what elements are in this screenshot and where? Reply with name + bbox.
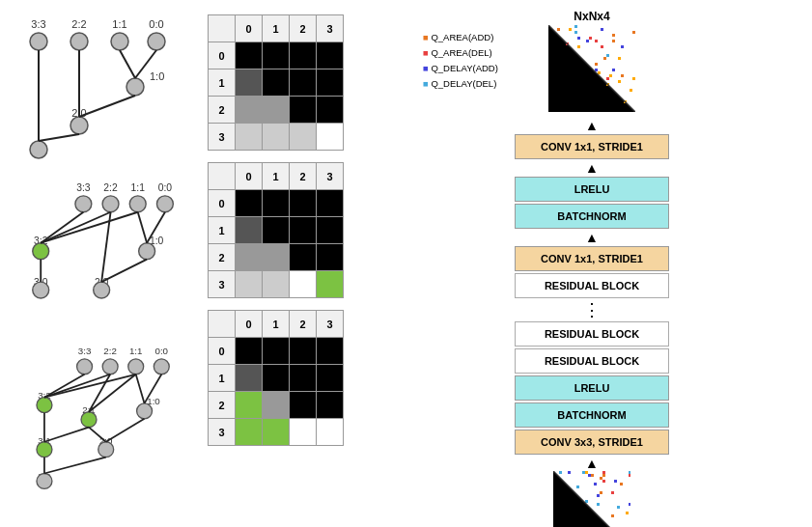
svg-line-76 (44, 458, 106, 474)
matrix2-cell-0-1 (263, 190, 290, 217)
matrix1-row2: 2 (209, 97, 236, 124)
matrix1-cell-3-0 (236, 124, 263, 151)
svg-point-35 (94, 282, 110, 298)
matrix1-cell-0-1 (263, 42, 290, 69)
svg-point-11 (70, 117, 88, 134)
right-panel: NxNx4 ■ Q_AREA(ADD) ■ Q_AREA(DEL) ■ Q_DE… (381, 10, 802, 527)
block-residual-mid: RESIDUAL BLOCK (515, 321, 669, 347)
matrix-3: 0 1 2 3 0 1 (208, 310, 344, 446)
matrix2-cell-2-3 (317, 244, 344, 271)
matrix3-row3: 3 (209, 419, 236, 446)
matrix2-cell-0-2 (290, 190, 317, 217)
svg-point-6 (111, 33, 128, 50)
matrix3-cell-1-3 (317, 365, 344, 392)
matrix3-row0: 0 (209, 338, 236, 365)
matrix2-cell-0-0 (236, 190, 263, 217)
svg-point-4 (30, 33, 47, 50)
svg-point-63 (37, 474, 52, 489)
svg-line-19 (39, 134, 79, 141)
svg-text:3:3: 3:3 (76, 182, 91, 193)
svg-point-50 (128, 359, 144, 374)
svg-point-51 (154, 359, 169, 374)
block-batchnorm-top: BATCHNORM (515, 204, 669, 229)
matrix3-cell-2-0 (236, 392, 263, 419)
svg-point-55 (81, 412, 97, 428)
svg-point-59 (37, 442, 52, 458)
svg-point-33 (33, 282, 49, 298)
matrix2-cell-3-0 (236, 271, 263, 298)
net-dots: ⋮ (583, 301, 601, 319)
matrix3-cell-3-0 (236, 419, 263, 446)
matrix2-cell-2-0 (236, 244, 263, 271)
svg-point-24 (75, 196, 92, 212)
svg-line-69 (136, 374, 145, 403)
legend-icon-2: ■ (423, 47, 429, 58)
matrix1-row1: 1 (209, 69, 236, 97)
svg-text:0:0: 0:0 (155, 346, 169, 356)
arrow-up-3: ▲ (585, 231, 599, 244)
matrix2-cell-2-1 (263, 244, 290, 271)
svg-point-57 (137, 403, 153, 419)
matrix1-corner (209, 15, 236, 42)
svg-text:3:3: 3:3 (78, 346, 92, 356)
matrix1-cell-2-1 (263, 97, 290, 124)
matrix3-corner (209, 311, 236, 338)
matrix3-col2: 2 (290, 311, 317, 338)
matrix2-cell-1-0 (236, 217, 263, 244)
matrix1-cell-3-1 (263, 124, 290, 151)
matrix2-row0: 0 (209, 190, 236, 217)
matrix1-cell-2-3 (317, 97, 344, 124)
block-conv1x1-top: CONV 1x1, STRIDE1 (515, 134, 669, 159)
block-lrelu-bottom: LRELU (515, 375, 669, 401)
matrix3-col0: 0 (236, 311, 263, 338)
legend-item-2: ■ Q_AREA(DEL) (423, 45, 498, 61)
svg-text:2:2: 2:2 (103, 182, 118, 193)
matrix1-cell-1-3 (317, 69, 344, 97)
matrix-container-1: 0 1 2 3 0 1 (208, 14, 372, 151)
matrix3-cell-2-3 (317, 392, 344, 419)
legend-icon-3: ■ (423, 63, 429, 73)
tree-svg-1: 3:3 2:2 1:1 0:0 1:0 2:0 3:0 (10, 14, 198, 164)
matrix3-row2: 2 (209, 392, 236, 419)
svg-text:1:1: 1:1 (112, 18, 126, 30)
matrix-1: 0 1 2 3 0 1 (208, 14, 344, 151)
matrix2-row2: 2 (209, 244, 236, 271)
matrix3-cell-0-1 (263, 338, 290, 365)
matrix1-cell-0-3 (317, 42, 344, 69)
tree-svg-2: 3:3 2:2 1:1 0:0 3:2 1:0 3:0 2:0 (10, 179, 198, 328)
svg-line-38 (41, 212, 138, 243)
bottom-triangle-canvas (553, 471, 630, 527)
block-conv3x3: CONV 3x3, STRIDE1 (515, 430, 669, 455)
svg-line-17 (79, 96, 135, 117)
matrix1-col0: 0 (236, 15, 263, 42)
matrix-2: 0 1 2 3 0 1 (208, 162, 344, 298)
arrow-up-1: ▲ (585, 119, 599, 132)
matrix3-cell-3-3 (317, 419, 344, 446)
top-image-container: ■ Q_AREA(ADD) ■ Q_AREA(DEL) ■ Q_DELAY(AD… (548, 25, 635, 112)
matrix2-cell-0-3 (317, 190, 344, 217)
matrix1-cell-2-0 (236, 97, 263, 124)
matrix3-cell-1-1 (263, 365, 290, 392)
matrix3-cell-1-0 (236, 365, 263, 392)
main-container: 3:3 2:2 1:1 0:0 1:0 2:0 3:0 (0, 0, 812, 527)
svg-line-72 (44, 428, 89, 442)
legend-icon-1: ■ (423, 32, 429, 42)
matrix3-cell-0-2 (290, 338, 317, 365)
svg-point-31 (139, 243, 155, 260)
legend-box: ■ Q_AREA(ADD) ■ Q_AREA(DEL) ■ Q_DELAY(AD… (423, 30, 498, 93)
matrix1-col3: 3 (317, 15, 344, 42)
matrix2-col3: 3 (317, 163, 344, 190)
network-diagram: NxNx4 ■ Q_AREA(ADD) ■ Q_AREA(DEL) ■ Q_DE… (381, 10, 802, 527)
matrix3-cell-3-1 (263, 419, 290, 446)
svg-point-13 (30, 141, 47, 158)
matrix2-cell-2-2 (290, 244, 317, 271)
svg-point-7 (148, 33, 165, 50)
svg-point-29 (33, 243, 49, 260)
svg-line-43 (101, 260, 147, 282)
matrix2-cell-3-1 (263, 271, 290, 298)
middle-panel: 0 1 2 3 0 1 (208, 10, 372, 446)
arrow-up-bottom: ▲ (585, 457, 599, 470)
svg-text:1:1: 1:1 (129, 346, 143, 356)
net-top-label: NxNx4 (574, 10, 609, 23)
matrix3-cell-1-2 (290, 365, 317, 392)
